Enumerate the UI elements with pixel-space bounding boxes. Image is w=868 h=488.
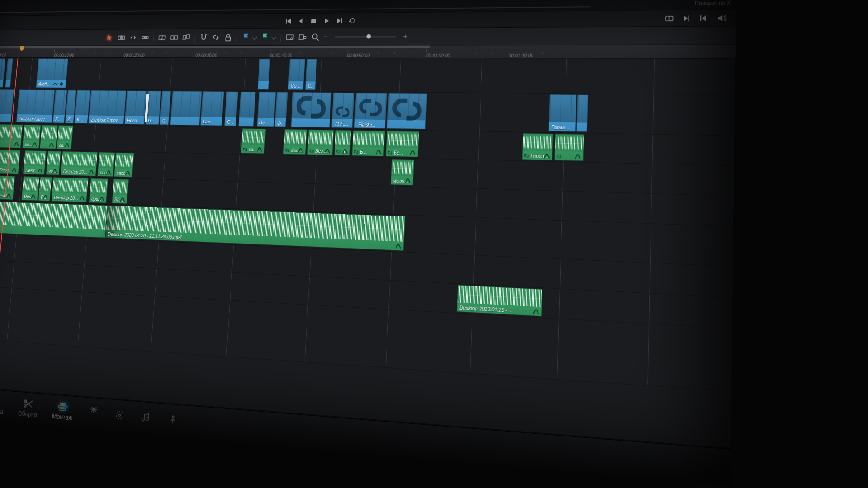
dynamic-trim-icon[interactable] bbox=[129, 33, 137, 41]
audio-clip[interactable]: ча... bbox=[46, 151, 61, 175]
video-clip[interactable]: Гаран... bbox=[548, 94, 576, 132]
video-clip[interactable]: ZimDom7.mov bbox=[88, 90, 126, 124]
audio-clip[interactable]: Bri... bbox=[112, 179, 129, 204]
svg-point-26 bbox=[172, 416, 174, 418]
flag-blue-icon[interactable] bbox=[242, 33, 250, 41]
page-edit[interactable]: Монтаж bbox=[52, 401, 73, 422]
video-clip[interactable]: Ga... bbox=[224, 92, 238, 126]
video-clip[interactable]: Cor... bbox=[288, 59, 305, 90]
clip-label: f1 Fi... bbox=[334, 121, 350, 127]
audio-clip[interactable]: Бе... bbox=[334, 130, 351, 156]
flag-blue-menu[interactable] bbox=[252, 34, 257, 39]
video-clip[interactable]: Kot... bbox=[74, 90, 90, 124]
page-cut[interactable]: Сборка bbox=[18, 398, 38, 418]
zoom-slider[interactable] bbox=[335, 36, 396, 37]
zoom-custom-icon[interactable] bbox=[311, 33, 320, 41]
fx-curve-icon bbox=[79, 196, 85, 201]
clip-label: C... bbox=[307, 83, 313, 89]
audio-clip[interactable]: са... bbox=[57, 125, 73, 149]
transport-stop-button[interactable] bbox=[310, 17, 317, 24]
video-clip[interactable]: Koti_... bbox=[52, 90, 67, 123]
video-clip[interactable]: C... bbox=[305, 59, 317, 90]
svg-rect-14 bbox=[299, 35, 303, 39]
audio-clip[interactable]: capt... bbox=[114, 153, 134, 178]
video-clip[interactable]: Нового... bbox=[124, 91, 147, 125]
zoom-fit-icon[interactable] bbox=[286, 33, 294, 41]
clip-label: фун... bbox=[259, 120, 272, 125]
fx-curve-icon bbox=[574, 154, 581, 160]
timeline-ruler[interactable]: 00:00:00:0000:00:10:0000:00:20:0000:00:3… bbox=[0, 45, 684, 58]
match-frame-icon[interactable] bbox=[665, 14, 674, 22]
video-clip[interactable] bbox=[170, 91, 202, 126]
video-clip[interactable]: G... bbox=[160, 91, 171, 125]
video-clip[interactable]: f1 Fi... bbox=[331, 93, 354, 128]
zoom-in-button[interactable]: + bbox=[403, 33, 407, 40]
video-clip[interactable] bbox=[258, 59, 270, 89]
audio-clip[interactable] bbox=[554, 134, 584, 161]
replace-mode-icon[interactable] bbox=[182, 33, 190, 41]
fx-curve-icon bbox=[42, 194, 48, 200]
zoom-detail-icon[interactable] bbox=[298, 33, 307, 41]
fx-curve-icon bbox=[32, 142, 38, 147]
overwrite-mode-icon[interactable] bbox=[170, 33, 178, 41]
audio-clip[interactable]: Desk... bbox=[23, 150, 47, 175]
video-clip[interactable] bbox=[5, 58, 13, 87]
ruler-range-bar[interactable] bbox=[0, 45, 430, 48]
go-next-icon[interactable] bbox=[682, 14, 684, 22]
page-color[interactable] bbox=[113, 410, 125, 422]
video-clip[interactable]: Gar... bbox=[200, 91, 224, 126]
audio-clip[interactable]: Desktop 20... bbox=[52, 177, 89, 202]
audio-clip[interactable]: 5 - 17.58.17.02.mp4 bbox=[0, 200, 120, 238]
audio-clip[interactable]: cap... bbox=[97, 152, 115, 177]
audio-clip[interactable]: Desk... bbox=[0, 150, 20, 174]
audio-clip[interactable]: са... bbox=[241, 128, 266, 154]
page-media[interactable]: Мультимедиа bbox=[0, 394, 5, 415]
blade-tool-icon[interactable] bbox=[141, 33, 149, 41]
snap-icon[interactable] bbox=[200, 33, 208, 41]
page-deliver[interactable] bbox=[167, 414, 179, 427]
audio-clip[interactable]: Desktop 2023.04.25 - ... bbox=[457, 285, 542, 316]
video-clip[interactable]: фун... bbox=[257, 92, 276, 127]
audio-clip[interactable] bbox=[40, 125, 58, 149]
audio-clip[interactable]: Desktop 20... bbox=[61, 151, 98, 176]
flag-teal-icon[interactable] bbox=[261, 33, 269, 41]
video-clip[interactable]: te... bbox=[0, 58, 5, 87]
audio-clip[interactable]: гри... bbox=[89, 178, 108, 203]
video-clip[interactable]: ZimDom7.mov bbox=[16, 90, 55, 123]
svg-rect-11 bbox=[226, 37, 231, 41]
video-clip[interactable] bbox=[576, 95, 588, 132]
audio-clip[interactable]: Deskto... bbox=[0, 175, 15, 200]
insert-mode-icon[interactable] bbox=[158, 33, 166, 41]
transport-play-button[interactable] bbox=[323, 17, 330, 24]
trim-tool-icon[interactable] bbox=[118, 33, 125, 41]
transport-next-button[interactable] bbox=[336, 17, 343, 24]
audio-clip[interactable]: Б... bbox=[352, 130, 385, 156]
fx-curve-icon bbox=[11, 167, 17, 173]
video-clip[interactable]: фу... bbox=[274, 92, 288, 127]
audio-clip[interactable]: Бе... bbox=[386, 131, 419, 157]
audio-clip[interactable]: woos... bbox=[390, 159, 414, 186]
page-fairlight[interactable] bbox=[140, 412, 152, 424]
video-clip[interactable] bbox=[238, 92, 255, 127]
selection-tool-icon[interactable] bbox=[106, 33, 113, 41]
audio-clip[interactable]: са... bbox=[22, 125, 41, 149]
audio-clip[interactable]: Без ... bbox=[307, 130, 334, 155]
page-fusion[interactable]: … bbox=[87, 404, 99, 423]
zoom-out-button[interactable]: − bbox=[323, 33, 328, 40]
audio-clip[interactable]: Гаран... bbox=[522, 133, 553, 160]
audio-clip[interactable]: Desk... bbox=[21, 176, 39, 201]
link-icon[interactable] bbox=[212, 33, 220, 41]
timeline[interactable]: te...Arcti...Cor...C... P...ZimDom7.movK… bbox=[0, 57, 684, 448]
lock-icon[interactable] bbox=[224, 33, 232, 41]
video-clip[interactable]: Arcti... bbox=[36, 59, 68, 88]
transport-first-button[interactable] bbox=[285, 17, 292, 24]
flag-teal-menu[interactable] bbox=[271, 34, 276, 39]
ruler-in-marker[interactable] bbox=[19, 46, 24, 51]
video-clip[interactable]: Finishi... bbox=[354, 93, 387, 128]
transport-prev-button[interactable] bbox=[297, 17, 305, 24]
audio-clip[interactable]: Des... bbox=[38, 177, 52, 201]
video-clip[interactable]: f1 Fini... bbox=[387, 93, 427, 129]
audio-clip[interactable]: Кос... bbox=[283, 129, 307, 155]
transport-loop-button[interactable] bbox=[349, 17, 356, 24]
video-clip[interactable]: Космо.ку... bbox=[291, 92, 331, 128]
